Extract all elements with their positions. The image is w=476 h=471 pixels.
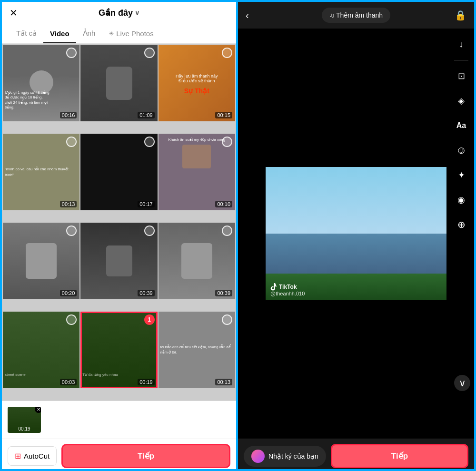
- remove-selected-button[interactable]: ✕: [35, 407, 41, 413]
- select-circle-9: [222, 226, 232, 236]
- add-icon[interactable]: ⊕: [452, 216, 470, 234]
- page-title: Gần đây ∨: [99, 8, 139, 18]
- back-button[interactable]: ‹: [246, 10, 249, 21]
- video-thumb-7[interactable]: 00:20: [3, 223, 79, 299]
- right-bottom-bar: Nhật ký của bạn Tiếp: [238, 439, 474, 471]
- duration-8: 00:39: [138, 290, 155, 296]
- next-button-left[interactable]: Tiếp: [61, 444, 230, 468]
- video-thumb-3[interactable]: Hãy lưu âm thanh nàyĐiều ước sẽ thành Sự…: [159, 45, 235, 121]
- tab-photo[interactable]: Ảnh: [76, 24, 102, 43]
- duration-4: 00:13: [60, 201, 77, 207]
- selected-duration: 00:19: [18, 426, 30, 432]
- right-header: ‹ ♫ Thêm âm thanh 🔒: [238, 2, 474, 29]
- selected-video-preview: ✕ 00:19: [8, 407, 41, 433]
- left-header: ✕ Gần đây ∨: [2, 2, 236, 24]
- autocut-icon: ⊞: [15, 451, 21, 461]
- close-button[interactable]: ✕: [10, 7, 18, 19]
- next-button-right[interactable]: Tiếp: [331, 444, 468, 468]
- video-thumb-6[interactable]: Khách ăn suất my 40p chưa xong 00:10: [159, 134, 235, 210]
- video-thumb-1[interactable]: Ước gì 1 ngày cứ 48 tiếngđể được ngủ 16 …: [3, 45, 79, 121]
- duration-10: 00:03: [60, 379, 77, 385]
- left-panel: ✕ Gần đây ∨ Tất cả Video Ảnh ☀ Live Phot…: [2, 2, 238, 471]
- video-grid: Ước gì 1 ngày cứ 48 tiếngđể được ngủ 16 …: [2, 44, 236, 401]
- preview-water: [266, 234, 446, 274]
- duration-7: 00:20: [60, 290, 77, 296]
- video-preview-area: TikTok @theanhh.010 ∨: [238, 29, 474, 439]
- right-tools: ↓ ⊡ ◈ Aa ☺ ✦ ◉ ⊕: [452, 35, 470, 234]
- add-music-button[interactable]: ♫ Thêm âm thanh: [322, 8, 390, 23]
- split-icon[interactable]: ⊡: [452, 67, 470, 85]
- video-thumb-8[interactable]: 00:39: [80, 223, 157, 299]
- select-circle-8: [144, 226, 155, 236]
- diary-button[interactable]: Nhật ký của bạn: [244, 446, 326, 467]
- video-preview-content: TikTok @theanhh.010: [266, 167, 446, 300]
- tab-bar: Tất cả Video Ảnh ☀ Live Photos: [2, 24, 236, 44]
- duration-6: 00:10: [215, 201, 232, 207]
- autocut-button[interactable]: ⊞ AutoCut: [8, 446, 57, 466]
- preview-overlay: TikTok @theanhh.010: [270, 283, 305, 296]
- text-icon[interactable]: Aa: [452, 117, 470, 135]
- adjust-icon[interactable]: ◈: [452, 92, 470, 110]
- preview-sky: [266, 167, 446, 234]
- select-circle-12: [222, 314, 232, 325]
- video-thumb-10[interactable]: street scene 00:03: [3, 312, 79, 388]
- effect-icon[interactable]: ✦: [452, 166, 470, 184]
- download-icon[interactable]: ↓: [452, 35, 470, 53]
- chevron-down-icon[interactable]: ∨: [135, 9, 139, 17]
- sticker-icon[interactable]: ☺: [452, 141, 470, 159]
- lock-button[interactable]: 🔒: [455, 10, 466, 21]
- preview-username: @theanhh.010: [270, 291, 305, 296]
- select-circle-6: [222, 137, 232, 147]
- select-circle-3: [222, 48, 232, 58]
- video-thumb-4[interactable]: "minh có vài câu hỏi cho nhóm thuyết trì…: [3, 134, 79, 210]
- duration-3: 00:15: [215, 112, 232, 118]
- title-text: Gần đây: [99, 8, 133, 18]
- select-circle-5: [144, 137, 155, 147]
- tiktok-logo: TikTok: [270, 283, 305, 291]
- left-bottom-bar: ⊞ AutoCut Tiếp: [2, 439, 236, 471]
- duration-9: 00:39: [215, 290, 232, 296]
- duration-2: 01:09: [138, 112, 155, 118]
- video-thumb-9[interactable]: 00:39: [159, 223, 235, 299]
- video-thumb-12[interactable]: tôi bảo anh chỉ tiêu tiết kiệm, nhưng vẫ…: [159, 312, 235, 388]
- selected-strip: ✕ 00:19: [2, 401, 236, 439]
- tab-all[interactable]: Tất cả: [10, 24, 43, 43]
- tab-video[interactable]: Video: [43, 24, 76, 43]
- collapse-icon[interactable]: ∨: [454, 375, 470, 391]
- right-panel: ‹ ♫ Thêm âm thanh 🔒 ↓ ⊡ ◈ Aa ☺ ✦ ◉ ⊕ Tik…: [238, 2, 474, 471]
- select-circle-2: [144, 48, 155, 58]
- tab-live-photos[interactable]: ☀ Live Photos: [102, 24, 160, 43]
- diary-avatar: [251, 450, 265, 463]
- filter-icon[interactable]: ◉: [452, 191, 470, 209]
- duration-11: 00:19: [138, 379, 155, 385]
- duration-5: 00:17: [138, 201, 155, 207]
- duration-12: 00:13: [215, 379, 232, 385]
- video-thumb-5[interactable]: 00:17: [80, 134, 157, 210]
- video-thumb-11[interactable]: Từ đa từng yêu nhau 1 00:19: [80, 312, 157, 388]
- select-badge-11: 1: [144, 314, 155, 325]
- duration-1: 00:16: [60, 112, 77, 118]
- video-thumb-2[interactable]: 01:09: [80, 45, 157, 121]
